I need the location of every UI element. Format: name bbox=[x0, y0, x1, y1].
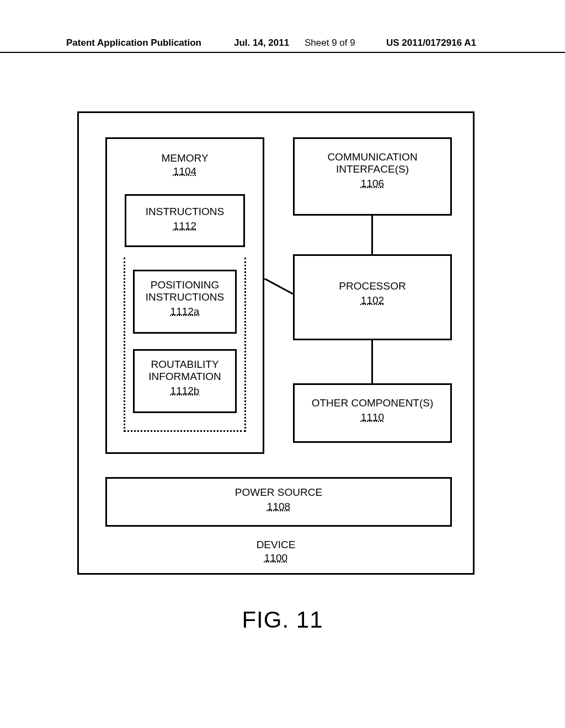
positioning-ref: 1112a bbox=[135, 306, 235, 318]
communication-label-2: INTERFACE(S) bbox=[295, 163, 450, 175]
other-ref: 1110 bbox=[295, 411, 450, 424]
positioning-block: POSITIONING INSTRUCTIONS 1112a bbox=[133, 270, 237, 334]
routability-ref: 1112b bbox=[135, 385, 235, 397]
instructions-label: INSTRUCTIONS bbox=[126, 206, 243, 218]
processor-ref: 1102 bbox=[295, 295, 450, 307]
memory-label: MEMORY bbox=[107, 152, 263, 164]
routability-label-1: ROUTABILITY bbox=[135, 358, 235, 371]
device-ref: 1100 bbox=[79, 552, 473, 564]
instructions-ref: 1112 bbox=[126, 220, 243, 232]
sheet-label: Sheet 9 of 9 bbox=[305, 38, 355, 49]
processor-label: PROCESSOR bbox=[295, 280, 450, 292]
memory-ref: 1104 bbox=[107, 165, 263, 178]
communication-ref: 1106 bbox=[295, 178, 450, 190]
publication-date: Jul. 14, 2011 bbox=[234, 38, 289, 49]
processor-block: PROCESSOR 1102 bbox=[293, 254, 452, 340]
figure-label: FIG. 11 bbox=[0, 607, 565, 633]
device-block: MEMORY 1104 INSTRUCTIONS 1112 POSITIONIN… bbox=[77, 111, 475, 575]
communication-label-1: COMMUNICATION bbox=[295, 151, 450, 163]
publication-number: US 2011/0172916 A1 bbox=[386, 38, 476, 49]
positioning-label-1: POSITIONING bbox=[135, 279, 235, 291]
power-ref: 1108 bbox=[107, 501, 450, 513]
power-label: POWER SOURCE bbox=[107, 486, 450, 499]
other-label: OTHER COMPONENT(S) bbox=[295, 397, 450, 409]
device-label: DEVICE bbox=[79, 539, 473, 551]
routability-label-2: INFORMATION bbox=[135, 371, 235, 383]
instructions-block: INSTRUCTIONS 1112 bbox=[125, 194, 245, 247]
communication-block: COMMUNICATION INTERFACE(S) 1106 bbox=[293, 137, 452, 216]
connector-comm-processor bbox=[371, 216, 373, 254]
connector-processor-other bbox=[371, 340, 373, 383]
page-header: Patent Application Publication Jul. 14, … bbox=[0, 38, 565, 53]
instructions-subgroup: POSITIONING INSTRUCTIONS 1112a ROUTABILI… bbox=[124, 258, 246, 432]
memory-block: MEMORY 1104 INSTRUCTIONS 1112 POSITIONIN… bbox=[105, 137, 264, 454]
connector-memory-processor bbox=[264, 279, 293, 301]
other-components-block: OTHER COMPONENT(S) 1110 bbox=[293, 383, 452, 443]
power-source-block: POWER SOURCE 1108 bbox=[105, 477, 452, 527]
routability-block: ROUTABILITY INFORMATION 1112b bbox=[133, 349, 237, 413]
positioning-label-2: INSTRUCTIONS bbox=[135, 291, 235, 303]
svg-line-0 bbox=[264, 279, 293, 294]
publication-label: Patent Application Publication bbox=[66, 38, 201, 49]
